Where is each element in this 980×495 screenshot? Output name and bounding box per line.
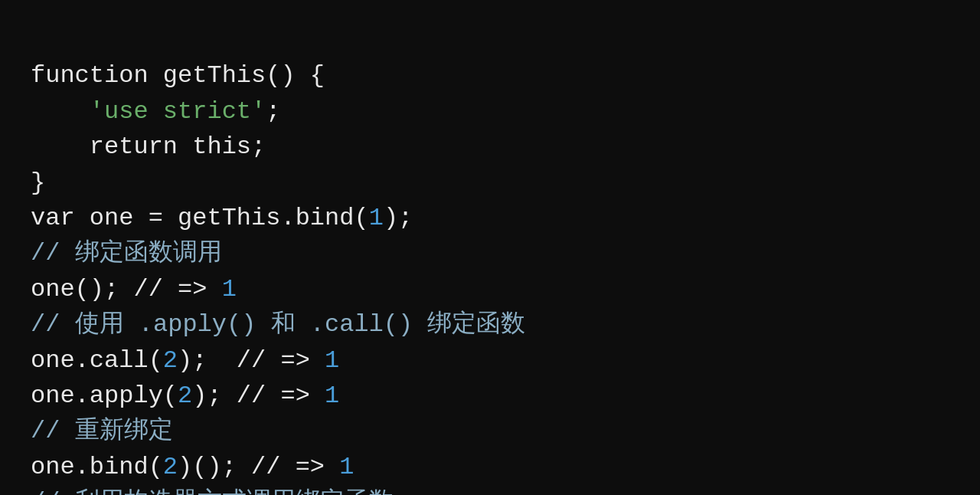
code-token: // 绑定函数调用 (31, 239, 222, 267)
code-token: // 利用构造器方式调用绑定函数 (31, 488, 394, 495)
code-line: // 利用构造器方式调用绑定函数 (31, 485, 525, 495)
code-line: // 重新绑定 (31, 414, 525, 449)
code-token: 2 (163, 346, 178, 375)
code-line: // 绑定函数调用 (31, 236, 525, 271)
code-line: one(); // => 1 (31, 272, 525, 307)
code-line: function getThis() { (31, 58, 525, 93)
code-token: one.apply( (31, 382, 178, 410)
code-token: } (31, 169, 45, 197)
code-token: 2 (178, 382, 192, 410)
code-token: var one = getThis.bind( (31, 204, 369, 232)
code-token: 1 (222, 275, 237, 303)
code-line: // 使用 .apply() 和 .call() 绑定函数 (31, 307, 525, 343)
code-token: ); // => (178, 346, 325, 375)
code-token: return this; (31, 133, 266, 161)
code-token: ); // => (192, 382, 325, 410)
code-token: function getThis() { (31, 61, 325, 90)
code-token: 'use strict' (90, 97, 266, 126)
code-line: 'use strict'; (31, 94, 525, 129)
code-token: // 重新绑定 (31, 417, 173, 445)
code-token: one.call( (31, 346, 163, 375)
code-block: function getThis() { 'use strict'; retur… (0, 0, 556, 495)
code-line: } (31, 166, 525, 201)
code-token: 1 (369, 204, 384, 232)
code-token: )(); // => (178, 453, 339, 481)
code-token: 1 (339, 453, 354, 481)
code-token: ); (384, 204, 413, 232)
code-token: 1 (325, 382, 339, 410)
code-line: one.apply(2); // => 1 (31, 379, 525, 414)
code-token: ; (266, 97, 280, 126)
code-line: one.call(2); // => 1 (31, 343, 525, 379)
code-line: one.bind(2)(); // => 1 (31, 450, 525, 485)
code-token: 2 (163, 453, 178, 481)
code-token (31, 97, 90, 126)
code-token: one(); // => (31, 275, 222, 303)
code-line: return this; (31, 129, 525, 165)
code-token: one.bind( (31, 453, 163, 481)
code-token: 1 (325, 346, 339, 375)
code-line: var one = getThis.bind(1); (31, 201, 525, 236)
code-token: // 使用 .apply() 和 .call() 绑定函数 (31, 310, 525, 339)
